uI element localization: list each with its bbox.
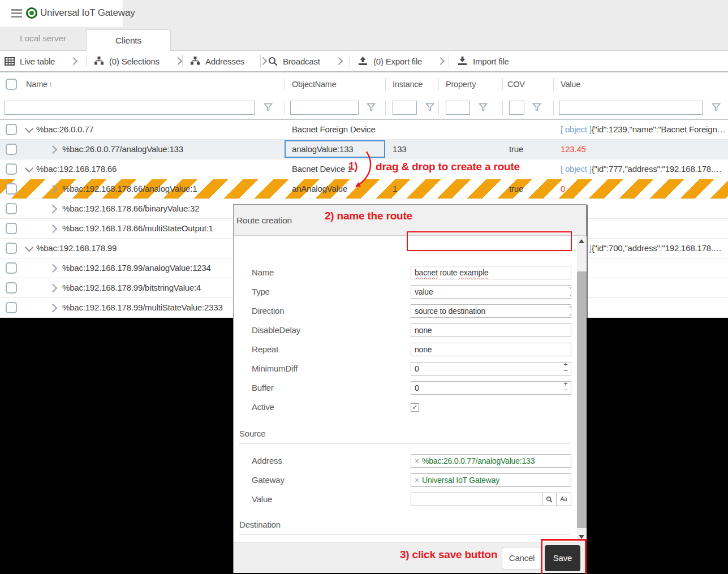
column-header-instance[interactable]: Instance <box>393 72 423 96</box>
toolbar-live-table[interactable]: Live table <box>5 51 76 71</box>
object-token[interactable]: [ object ] <box>561 164 592 174</box>
universal-iot-gateway-app: Universal IoT Gateway Local server Clien… <box>0 0 728 574</box>
tab-clients[interactable]: Clients <box>86 29 171 51</box>
repeat-input[interactable]: none <box>411 343 571 356</box>
collapse-chevron-icon[interactable] <box>25 164 34 173</box>
row-name: %bac:26.0.0.77 <box>36 120 93 139</box>
column-header-objectname[interactable]: ObjectName <box>292 72 337 96</box>
cancel-button[interactable]: Cancel <box>502 547 542 569</box>
name-input[interactable]: bacnet route example <box>411 266 571 279</box>
expand-chevron-icon[interactable] <box>49 145 58 154</box>
select-all-checkbox[interactable] <box>6 79 17 90</box>
scroll-down-button[interactable] <box>577 532 587 542</box>
filter-funnel-icon[interactable] <box>367 103 376 114</box>
remove-tag-icon[interactable]: × <box>415 456 419 465</box>
object-token[interactable]: [ object ] <box>561 124 592 134</box>
save-button[interactable]: Save <box>545 545 580 571</box>
filter-input-instance[interactable] <box>393 101 417 115</box>
row-checkbox[interactable] <box>6 302 17 313</box>
dialog-scrollbar[interactable] <box>577 236 587 542</box>
row-checkbox[interactable] <box>6 223 17 234</box>
filter-funnel-icon[interactable] <box>479 103 488 114</box>
source-address-input[interactable]: ×%bac:26.0.0.77/analogValue:133 <box>411 454 571 468</box>
disabledelay-input[interactable]: none <box>411 323 571 337</box>
scrollbar-thumb[interactable] <box>577 271 587 528</box>
toolbar-addresses[interactable]: Addresses <box>190 51 266 71</box>
filter-input-name[interactable] <box>5 101 255 115</box>
scroll-up-button[interactable] <box>577 236 587 246</box>
source-gateway-input[interactable]: ×Universal IoT Gateway <box>411 473 571 487</box>
column-header-name[interactable]: Name <box>26 72 48 96</box>
collapse-chevron-icon[interactable] <box>25 243 34 252</box>
field-row-buffer: Buffer 0 + − <box>234 378 576 398</box>
filter-input-property[interactable] <box>446 101 470 115</box>
row-checkbox[interactable] <box>6 243 17 254</box>
filter-input-objectname[interactable] <box>290 101 359 115</box>
expand-chevron-icon[interactable] <box>49 225 58 234</box>
sort-ascending-icon[interactable]: ↑ <box>49 72 53 96</box>
row-objectname: Bacnet Foreign Device <box>292 120 376 139</box>
chevron-right-icon[interactable] <box>335 57 343 65</box>
chevron-right-icon[interactable] <box>174 57 182 65</box>
source-value-input[interactable] <box>411 493 542 506</box>
column-divider <box>285 78 285 90</box>
column-header-value[interactable]: Value <box>561 72 580 96</box>
table-row[interactable]: %bac:26.0.0.77 Bacnet Foreign Device [ o… <box>0 120 728 140</box>
buffer-stepper[interactable]: 0 + − <box>411 381 571 395</box>
dialog-footer: Cancel Save <box>234 542 586 573</box>
expand-chevron-icon[interactable] <box>49 264 58 273</box>
type-select[interactable]: value <box>411 285 571 299</box>
table-row[interactable]: %bac:192.168.178.66 Bacnet Device 1 [ ob… <box>0 159 728 179</box>
active-checkbox[interactable]: ✓ <box>411 403 419 412</box>
table-grid-icon <box>5 57 15 66</box>
expand-chevron-icon[interactable] <box>49 304 58 313</box>
collapse-chevron-icon[interactable] <box>25 124 34 133</box>
source-address-label: Address <box>252 451 282 471</box>
column-header-cov[interactable]: COV <box>507 72 525 96</box>
dialog-body: Name bacnet route example Type value Dir… <box>234 236 576 542</box>
filter-funnel-icon[interactable] <box>712 103 721 114</box>
filter-funnel-icon[interactable] <box>425 103 434 114</box>
row-checkbox[interactable] <box>6 163 17 175</box>
tab-local-server[interactable]: Local server <box>0 27 86 50</box>
expand-chevron-icon[interactable] <box>49 205 58 214</box>
field-row-repeat: Repeat none <box>234 340 576 359</box>
direction-select[interactable]: source to destination <box>411 304 571 318</box>
row-checkbox[interactable] <box>6 203 17 214</box>
row-checkbox[interactable] <box>6 144 17 155</box>
chevron-right-icon[interactable] <box>70 57 77 65</box>
row-name: %bac:192.168.178.99/analogValue:1234 <box>62 258 211 278</box>
chevron-right-icon[interactable] <box>437 57 445 65</box>
row-checkbox[interactable] <box>6 262 17 274</box>
filter-input-value[interactable] <box>559 101 703 115</box>
decrement-button[interactable]: − <box>562 387 569 394</box>
row-cov: true <box>509 179 523 198</box>
toolbar-live-table-label: Live table <box>20 57 55 66</box>
row-checkbox[interactable] <box>6 282 17 294</box>
row-checkbox[interactable] <box>6 124 17 135</box>
field-row-name: Name bacnet route example <box>234 263 576 282</box>
search-button[interactable] <box>542 493 557 506</box>
expand-chevron-icon[interactable] <box>49 185 58 194</box>
filter-funnel-icon[interactable] <box>532 103 541 114</box>
toolbar-selections[interactable]: (0) Selections <box>94 51 181 71</box>
hamburger-menu-icon[interactable] <box>11 9 22 17</box>
toolbar-broadcast[interactable]: Broadcast <box>268 51 342 71</box>
remove-tag-icon[interactable]: × <box>415 476 419 485</box>
table-row[interactable]: %bac:26.0.0.77/analogValue:133 analogVal… <box>0 140 728 159</box>
row-objectname: anAnalogValue <box>292 179 347 198</box>
decrement-button[interactable]: − <box>562 368 569 374</box>
toolbar-import-file[interactable]: Import file <box>457 51 509 71</box>
row-checkbox[interactable] <box>6 183 17 195</box>
column-header-property[interactable]: Property <box>446 72 476 96</box>
toolbar-selections-label: (0) Selections <box>109 57 160 66</box>
filter-input-cov[interactable] <box>509 101 524 115</box>
expand-chevron-icon[interactable] <box>49 284 58 293</box>
filter-funnel-icon[interactable] <box>264 103 273 114</box>
minimumdiff-stepper[interactable]: 0 + − <box>411 362 571 376</box>
table-row-drag-highlight[interactable]: %bac:192.168.178.66/analogValue:1 anAnal… <box>0 179 728 199</box>
toolbar-export-file[interactable]: (0) Export file <box>357 51 443 71</box>
window-tab[interactable]: Universal IoT Gateway <box>0 0 123 27</box>
row-name: %bac:192.168.178.66/multiStateOutput:1 <box>62 219 213 238</box>
match-case-button[interactable]: Aa <box>556 493 571 506</box>
